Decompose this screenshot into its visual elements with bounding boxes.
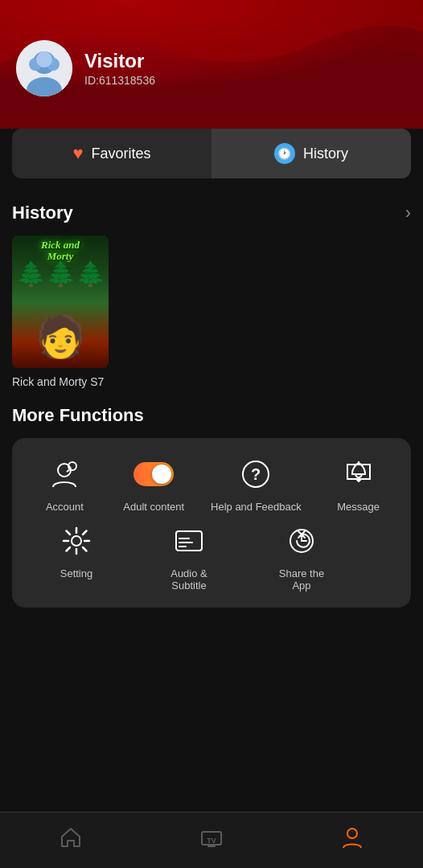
profile-nav-icon bbox=[340, 825, 364, 855]
adult-content-label: Adult content bbox=[123, 501, 184, 513]
avatar bbox=[16, 40, 72, 96]
svg-text:TV: TV bbox=[207, 837, 216, 845]
setting-label: Setting bbox=[60, 567, 92, 579]
audio-subtitle-label: Audio & Subtitle bbox=[157, 567, 221, 592]
profile-id: ID:611318536 bbox=[84, 74, 155, 87]
account-icon bbox=[48, 458, 80, 490]
clock-icon: 🕐 bbox=[274, 143, 295, 164]
functions-grid: Account Adult content ? bbox=[12, 438, 411, 608]
help-icon-bg: ? bbox=[236, 454, 276, 494]
history-thumbnail: Rick andMorty 🌲🌲🌲 🧑 bbox=[12, 235, 109, 368]
history-arrow[interactable]: › bbox=[405, 203, 411, 223]
adult-content-toggle[interactable] bbox=[133, 462, 174, 486]
svg-rect-13 bbox=[176, 531, 202, 551]
message-icon bbox=[343, 458, 375, 490]
profile-name: Visitor bbox=[84, 50, 155, 72]
more-functions-title: More Functions bbox=[12, 405, 411, 426]
nav-profile[interactable] bbox=[320, 813, 384, 868]
message-icon-bg bbox=[339, 454, 379, 494]
svg-point-6 bbox=[36, 51, 52, 68]
function-message[interactable]: Message bbox=[326, 454, 391, 513]
adult-content-icon-bg bbox=[133, 454, 174, 494]
svg-point-21 bbox=[347, 829, 357, 838]
setting-icon bbox=[60, 525, 92, 557]
audio-subtitle-icon-bg bbox=[169, 521, 209, 561]
profile-info: Visitor ID:611318536 bbox=[84, 50, 155, 87]
function-setting[interactable]: Setting bbox=[44, 521, 109, 592]
setting-icon-bg bbox=[56, 521, 97, 561]
tv-icon: TV bbox=[199, 825, 224, 855]
function-audio-subtitle[interactable]: Audio & Subtitle bbox=[157, 521, 221, 592]
history-section: History › Rick andMorty 🌲🌲🌲 🧑 Rick and M… bbox=[0, 194, 423, 389]
home-icon bbox=[59, 825, 83, 855]
avatar-icon bbox=[16, 40, 72, 96]
share-app-icon bbox=[285, 525, 318, 557]
history-header: History › bbox=[12, 203, 411, 223]
function-adult-content[interactable]: Adult content bbox=[121, 454, 186, 513]
share-app-label: Share the App bbox=[269, 567, 334, 592]
help-icon: ? bbox=[240, 458, 272, 490]
bottom-nav: TV bbox=[0, 812, 423, 868]
history-item-label: Rick and Morty S7 bbox=[12, 375, 109, 389]
share-app-icon-bg bbox=[281, 521, 322, 561]
account-label: Account bbox=[46, 501, 84, 513]
svg-point-12 bbox=[72, 536, 81, 546]
functions-row-2: Setting Audio & Subtitle bbox=[20, 521, 403, 592]
audio-subtitle-icon bbox=[173, 525, 205, 557]
history-item[interactable]: Rick andMorty 🌲🌲🌲 🧑 Rick and Morty S7 bbox=[12, 235, 109, 389]
tab-history-label: History bbox=[303, 145, 348, 162]
tabs-container: ♥ Favorites 🕐 History bbox=[12, 129, 411, 178]
history-title: History bbox=[12, 203, 73, 223]
more-functions-section: More Functions Account bbox=[0, 389, 423, 616]
function-account[interactable]: Account bbox=[32, 454, 97, 513]
svg-text:?: ? bbox=[251, 465, 261, 483]
toggle-knob bbox=[152, 465, 171, 484]
profile-section: Visitor ID:611318536 bbox=[0, 0, 423, 113]
functions-row-1: Account Adult content ? bbox=[20, 454, 403, 513]
help-feedback-label: Help and Feedback bbox=[211, 501, 302, 513]
function-help-feedback[interactable]: ? Help and Feedback bbox=[211, 454, 302, 513]
account-icon-bg bbox=[44, 454, 84, 494]
bottom-padding bbox=[0, 616, 423, 680]
nav-home[interactable] bbox=[39, 813, 103, 868]
nav-tv[interactable]: TV bbox=[179, 813, 244, 868]
heart-icon: ♥ bbox=[72, 143, 83, 164]
tab-history[interactable]: 🕐 History bbox=[212, 129, 411, 178]
message-label: Message bbox=[337, 501, 380, 513]
tab-favorites[interactable]: ♥ Favorites bbox=[12, 129, 212, 178]
function-share-app[interactable]: Share the App bbox=[269, 521, 334, 592]
tab-favorites-label: Favorites bbox=[92, 145, 151, 162]
rick-morty-poster: Rick andMorty 🌲🌲🌲 🧑 bbox=[12, 235, 109, 368]
